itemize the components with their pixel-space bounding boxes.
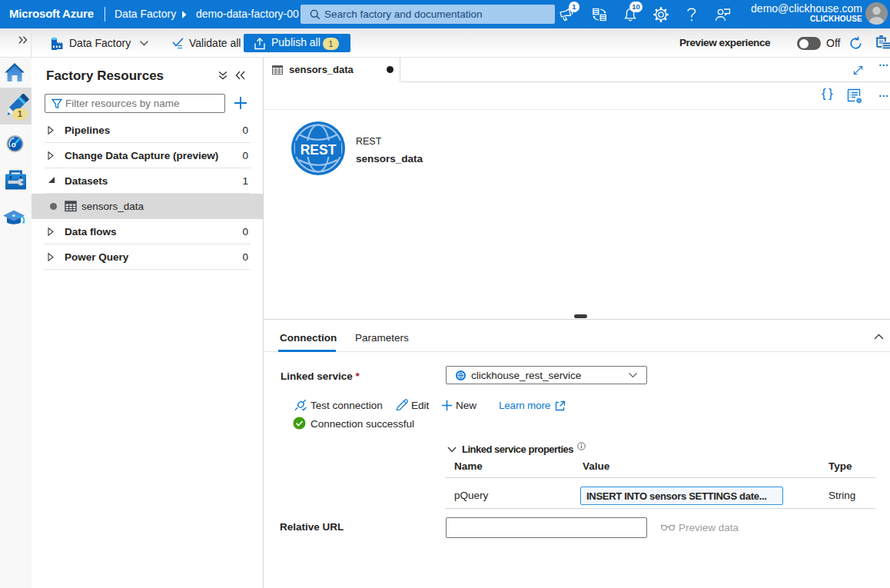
svg-text:REST: REST: [301, 142, 337, 158]
